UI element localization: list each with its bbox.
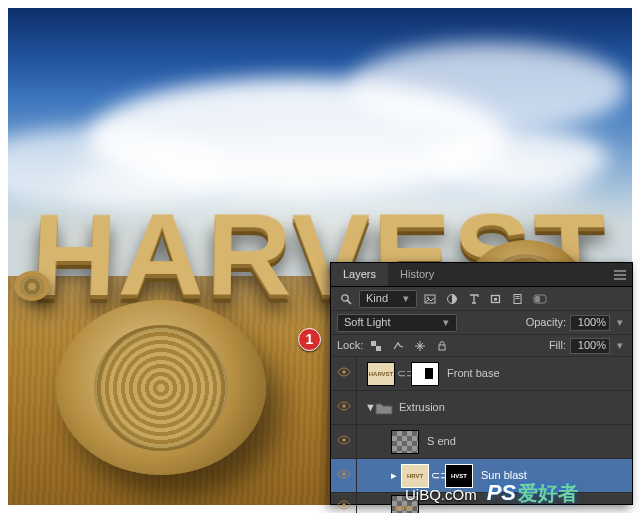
svg-rect-13	[439, 345, 445, 350]
disclosure-triangle-icon[interactable]: ▼	[365, 401, 375, 414]
svg-point-0	[342, 294, 348, 300]
watermark-prefix: PS	[487, 482, 516, 504]
svg-rect-11	[371, 341, 376, 346]
layer-name[interactable]: Front base	[441, 367, 500, 380]
fill-label: Fill:	[549, 339, 566, 352]
svg-rect-8	[516, 298, 520, 299]
blend-mode-select[interactable]: Soft Light ▾	[337, 314, 457, 332]
layer-name[interactable]: Extrusion	[393, 401, 445, 414]
folder-icon	[375, 399, 393, 417]
mask-thumbnail[interactable]	[411, 362, 439, 386]
layers-panel: Layers History Kind ▾	[330, 262, 633, 505]
svg-rect-10	[535, 296, 540, 302]
layer-group-row[interactable]: ▼ Extrusion	[331, 391, 632, 425]
layer-row[interactable]: HARVST ⊂⊃ Front base	[331, 357, 632, 391]
filter-smart-icon[interactable]	[509, 290, 527, 308]
search-icon[interactable]	[337, 290, 355, 308]
eye-icon	[337, 433, 351, 450]
lock-position-icon[interactable]	[411, 337, 429, 355]
svg-rect-7	[516, 296, 520, 297]
filter-row: Kind ▾	[331, 287, 632, 311]
cloud	[348, 43, 628, 133]
visibility-toggle[interactable]	[331, 459, 357, 492]
svg-point-18	[342, 438, 346, 442]
svg-rect-16	[425, 368, 433, 379]
chevron-down-icon: ▾	[440, 316, 452, 329]
filter-kind-select[interactable]: Kind ▾	[359, 290, 417, 308]
watermark-cn: 爱好者	[518, 483, 578, 503]
filter-shape-icon[interactable]	[487, 290, 505, 308]
tab-history[interactable]: History	[388, 263, 446, 286]
watermark: UiBQ.cOm PS 爱好者	[405, 482, 578, 504]
fill-value[interactable]: 100%	[570, 338, 610, 354]
filter-pixel-icon[interactable]	[421, 290, 439, 308]
filter-toggle-icon[interactable]	[531, 290, 549, 308]
lock-all-icon[interactable]	[433, 337, 451, 355]
svg-rect-5	[494, 298, 497, 301]
svg-point-19	[342, 472, 346, 476]
svg-rect-12	[376, 346, 381, 351]
panel-tabs: Layers History	[331, 263, 632, 287]
link-icon[interactable]: ⊂⊃	[397, 367, 409, 380]
svg-point-14	[342, 370, 346, 374]
visibility-toggle[interactable]	[331, 493, 357, 513]
disclosure-triangle-icon[interactable]: ▸	[389, 469, 399, 482]
layer-name[interactable]: S end	[421, 435, 456, 448]
svg-point-17	[342, 404, 346, 408]
visibility-toggle[interactable]	[331, 357, 357, 390]
blend-mode-value: Soft Light	[344, 316, 390, 329]
visibility-toggle[interactable]	[331, 391, 357, 424]
lock-pixels-icon[interactable]	[389, 337, 407, 355]
step-callout-1: 1	[298, 328, 321, 351]
filter-kind-label: Kind	[366, 292, 388, 305]
svg-point-20	[342, 503, 346, 507]
chevron-down-icon: ▾	[400, 292, 412, 305]
opacity-value[interactable]: 100%	[570, 315, 610, 331]
blend-row: Soft Light ▾ Opacity: 100% ▾	[331, 311, 632, 335]
lock-row: Lock: Fill: 100% ▾	[331, 335, 632, 357]
filter-type-icon[interactable]	[465, 290, 483, 308]
watermark-url: UiBQ.cOm	[405, 487, 477, 502]
visibility-toggle[interactable]	[331, 425, 357, 458]
layer-thumbnail[interactable]	[391, 430, 419, 454]
eye-icon	[337, 365, 351, 382]
link-icon[interactable]: ⊂⊃	[431, 469, 443, 482]
layer-row[interactable]: S end	[331, 425, 632, 459]
eye-icon	[337, 498, 351, 513]
lock-transparency-icon[interactable]	[367, 337, 385, 355]
eye-icon	[337, 467, 351, 484]
hay-bale	[56, 300, 266, 475]
svg-text:HRVT: HRVT	[395, 505, 415, 512]
chevron-down-icon[interactable]: ▾	[614, 316, 626, 329]
opacity-label: Opacity:	[526, 316, 566, 329]
panel-menu-icon[interactable]	[608, 263, 632, 286]
lock-label: Lock:	[337, 339, 363, 352]
chevron-down-icon[interactable]: ▾	[614, 339, 626, 352]
filter-adjustment-icon[interactable]	[443, 290, 461, 308]
eye-icon	[337, 399, 351, 416]
layer-thumbnail[interactable]: HARVST	[367, 362, 395, 386]
tab-layers[interactable]: Layers	[331, 263, 388, 286]
